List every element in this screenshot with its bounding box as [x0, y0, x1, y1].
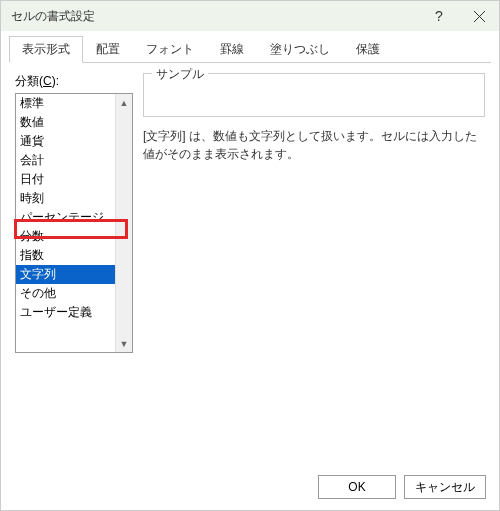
format-description: [文字列] は、数値も文字列として扱います。セルには入力した値がそのまま表示され…: [143, 127, 485, 163]
list-item[interactable]: ユーザー定義: [16, 303, 115, 322]
window-title: セルの書式設定: [11, 8, 419, 25]
category-label: 分類(C):: [15, 73, 133, 90]
sample-label: サンプル: [152, 66, 208, 83]
list-item[interactable]: 通貨: [16, 132, 115, 151]
list-item[interactable]: 指数: [16, 246, 115, 265]
help-button[interactable]: ?: [419, 1, 459, 31]
list-item[interactable]: 標準: [16, 94, 115, 113]
listbox-scrollbar[interactable]: ▲ ▼: [115, 94, 132, 352]
tab-protection[interactable]: 保護: [343, 36, 393, 63]
tabs: 表示形式 配置 フォント 罫線 塗りつぶし 保護: [9, 35, 491, 63]
list-item[interactable]: 分数: [16, 227, 115, 246]
list-item[interactable]: 数値: [16, 113, 115, 132]
list-item[interactable]: 会計: [16, 151, 115, 170]
titlebar: セルの書式設定 ?: [1, 1, 499, 31]
list-item[interactable]: 文字列: [16, 265, 115, 284]
list-item[interactable]: その他: [16, 284, 115, 303]
tab-alignment[interactable]: 配置: [83, 36, 133, 63]
tab-fill[interactable]: 塗りつぶし: [257, 36, 343, 63]
category-listbox-items: 標準 数値 通貨 会計 日付 時刻 パーセンテージ 分数 指数 文字列 その他 …: [16, 94, 115, 352]
cancel-button[interactable]: キャンセル: [404, 475, 486, 499]
scroll-up-icon[interactable]: ▲: [116, 94, 132, 111]
list-item[interactable]: 時刻: [16, 189, 115, 208]
tab-panel: 分類(C): 標準 数値 通貨 会計 日付 時刻 パーセンテージ 分数 指数 文…: [1, 63, 499, 353]
list-item[interactable]: パーセンテージ: [16, 208, 115, 227]
close-icon: [474, 11, 485, 22]
tab-number-format[interactable]: 表示形式: [9, 36, 83, 63]
scroll-down-icon[interactable]: ▼: [116, 335, 132, 352]
sample-preview: サンプル: [143, 73, 485, 117]
ok-button[interactable]: OK: [318, 475, 396, 499]
tab-font[interactable]: フォント: [133, 36, 207, 63]
list-item[interactable]: 日付: [16, 170, 115, 189]
close-button[interactable]: [459, 1, 499, 31]
category-listbox[interactable]: 標準 数値 通貨 会計 日付 時刻 パーセンテージ 分数 指数 文字列 その他 …: [15, 93, 133, 353]
dialog-buttons: OK キャンセル: [318, 475, 486, 499]
tab-border[interactable]: 罫線: [207, 36, 257, 63]
